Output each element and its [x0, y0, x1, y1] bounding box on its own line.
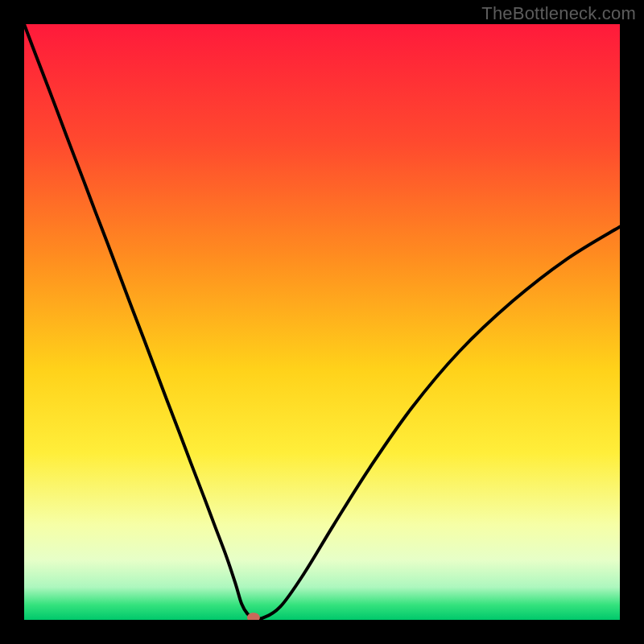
chart-frame: TheBottleneck.com: [0, 0, 644, 644]
plot-area: [24, 24, 620, 620]
watermark-text: TheBottleneck.com: [481, 3, 636, 24]
chart-svg: [24, 24, 620, 620]
gradient-background: [24, 24, 620, 620]
